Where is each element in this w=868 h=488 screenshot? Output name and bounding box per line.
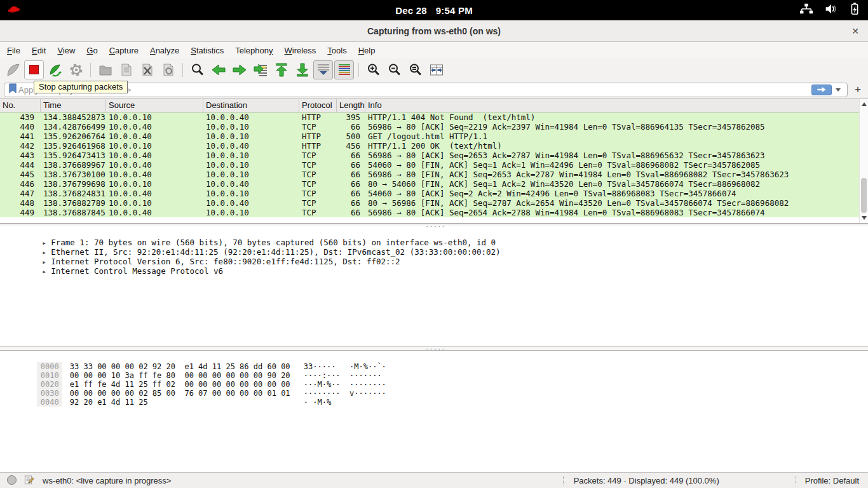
bookmark-icon[interactable] bbox=[7, 83, 18, 97]
pane-splitter[interactable]: ····· bbox=[0, 346, 868, 351]
menu-item[interactable]: File bbox=[1, 43, 26, 58]
find-packet-button[interactable] bbox=[187, 60, 207, 79]
scroll-up-icon[interactable] bbox=[862, 102, 867, 106]
hex-offset: 0000 bbox=[37, 362, 62, 371]
column-header-no[interactable]: No. bbox=[0, 99, 41, 112]
hex-bytes: 92 20 e1 4d 11 25 bbox=[70, 398, 304, 407]
packet-row[interactable]: 445 138.376730100 10.0.0.40 10.0.0.10 TC… bbox=[0, 170, 859, 179]
column-header-info[interactable]: Info bbox=[365, 99, 868, 112]
packet-list-header: No. Time Source Destination Protocol Len… bbox=[0, 99, 868, 112]
menu-item[interactable]: Analyze bbox=[144, 43, 185, 58]
packet-row[interactable]: 444 138.376689967 10.0.0.40 10.0.0.10 TC… bbox=[0, 160, 859, 170]
menu-item[interactable]: Edit bbox=[26, 43, 51, 58]
menu-item[interactable]: Tools bbox=[322, 43, 352, 58]
packet-counts: Packets: 449 · Displayed: 449 (100.0%) bbox=[563, 476, 719, 485]
stop-icon bbox=[29, 65, 39, 74]
capture-comment-icon[interactable] bbox=[24, 474, 35, 487]
filter-apply-button[interactable] bbox=[811, 85, 832, 95]
capture-options-button[interactable] bbox=[66, 60, 86, 79]
expert-info-icon[interactable] bbox=[6, 475, 17, 487]
zoom-in-button[interactable] bbox=[363, 60, 383, 79]
main-toolbar bbox=[0, 58, 868, 81]
zoom-out-button[interactable] bbox=[384, 60, 404, 79]
go-last-button[interactable] bbox=[292, 60, 312, 79]
packet-row[interactable]: 446 138.376799698 10.0.0.10 10.0.0.40 TC… bbox=[0, 179, 859, 189]
hex-bytes: 00 00 00 10 3a ff fe 80 00 00 00 00 00 0… bbox=[70, 371, 304, 380]
menu-item[interactable]: Go bbox=[81, 43, 103, 58]
column-header-destination[interactable]: Destination bbox=[203, 99, 299, 112]
packet-row[interactable]: 441 135.926206764 10.0.0.40 10.0.0.10 HT… bbox=[0, 132, 859, 141]
zoom-reset-button[interactable] bbox=[405, 60, 425, 79]
restart-capture-button[interactable] bbox=[45, 60, 65, 79]
go-forward-button[interactable] bbox=[229, 60, 249, 79]
go-to-packet-button[interactable] bbox=[250, 60, 270, 79]
hex-ascii: · ·M·% bbox=[304, 398, 331, 407]
start-capture-button bbox=[3, 60, 23, 79]
auto-scroll-button[interactable] bbox=[313, 60, 333, 79]
column-header-length[interactable]: Length bbox=[337, 99, 365, 112]
hex-ascii: ····:··· ······· bbox=[304, 371, 386, 380]
column-header-time[interactable]: Time bbox=[41, 99, 106, 112]
column-header-source[interactable]: Source bbox=[106, 99, 203, 112]
filter-dropdown-caret[interactable] bbox=[836, 88, 841, 92]
gnome-top-bar: Dec 28 9:54 PM bbox=[0, 0, 868, 20]
display-filter-input[interactable] bbox=[18, 85, 809, 95]
toolbar-separator bbox=[90, 63, 91, 77]
clock[interactable]: Dec 28 9:54 PM bbox=[395, 5, 473, 16]
capture-status-text: ws-eth0: <live capture in progress> bbox=[43, 476, 171, 485]
column-header-protocol[interactable]: Protocol bbox=[299, 99, 337, 112]
packet-list-pane: No. Time Source Destination Protocol Len… bbox=[0, 99, 868, 224]
hex-ascii: 33····· ·M·%··`· bbox=[304, 362, 386, 371]
colorize-button[interactable] bbox=[334, 60, 354, 79]
hex-bytes: 33 33 00 00 00 02 92 20 e1 4d 11 25 86 d… bbox=[70, 362, 304, 371]
clock-time: 9:54 PM bbox=[436, 5, 473, 16]
menu-item[interactable]: Capture bbox=[104, 43, 144, 58]
resize-columns-button[interactable] bbox=[426, 60, 446, 79]
packet-row[interactable]: 443 135.926473413 10.0.0.40 10.0.0.10 TC… bbox=[0, 151, 859, 160]
hex-ascii: ········ v······· bbox=[304, 389, 386, 398]
expand-arrow-icon[interactable] bbox=[42, 238, 51, 248]
hex-ascii: ···M·%·· ········ bbox=[304, 380, 386, 389]
hex-offset: 0030 bbox=[37, 389, 62, 398]
packet-list-scrollbar[interactable] bbox=[859, 99, 868, 223]
menu-item[interactable]: Wireless bbox=[279, 43, 322, 58]
display-filter-field[interactable] bbox=[4, 83, 848, 97]
redhat-fedora-logo-icon[interactable] bbox=[6, 1, 22, 19]
wireshark-window: Dec 28 9:54 PM bbox=[0, 0, 868, 488]
battery-charging-icon[interactable] bbox=[848, 2, 862, 18]
stop-capture-button[interactable] bbox=[24, 60, 44, 79]
pane-splitter[interactable]: ····· bbox=[0, 224, 868, 226]
packet-row[interactable]: 442 135.926461968 10.0.0.10 10.0.0.40 HT… bbox=[0, 141, 859, 151]
open-file-button bbox=[95, 60, 115, 79]
packet-row[interactable]: 447 138.376824831 10.0.0.40 10.0.0.10 TC… bbox=[0, 189, 859, 198]
go-first-button[interactable] bbox=[271, 60, 291, 79]
expand-arrow-icon[interactable] bbox=[42, 267, 51, 276]
hex-offset: 0020 bbox=[37, 380, 62, 389]
reload-file-button bbox=[158, 60, 178, 79]
packet-row[interactable]: 448 138.376882789 10.0.0.10 10.0.0.40 TC… bbox=[0, 198, 859, 208]
packet-rows: 439 134.388452873 10.0.0.10 10.0.0.40 HT… bbox=[0, 112, 868, 217]
expand-arrow-icon[interactable] bbox=[42, 248, 51, 257]
menu-item[interactable]: Help bbox=[353, 43, 381, 58]
expand-arrow-icon[interactable] bbox=[42, 257, 51, 267]
hex-offset: 0010 bbox=[37, 371, 62, 380]
profile-selector[interactable]: Profile: Default bbox=[796, 476, 862, 485]
scroll-down-icon[interactable] bbox=[862, 216, 867, 220]
hex-dump-pane: 000033 33 00 00 00 02 92 20 e1 4d 11 25 … bbox=[0, 351, 868, 472]
hex-row[interactable]: 000033 33 00 00 00 02 92 20 e1 4d 11 25 … bbox=[0, 353, 868, 362]
volume-icon[interactable] bbox=[824, 2, 837, 18]
packet-row[interactable]: 449 138.376887845 10.0.0.40 10.0.0.10 TC… bbox=[0, 208, 859, 217]
scrollbar-thumb[interactable] bbox=[861, 178, 867, 213]
packet-row[interactable]: 440 134.428766499 10.0.0.40 10.0.0.10 TC… bbox=[0, 122, 859, 132]
network-wired-icon[interactable] bbox=[799, 2, 813, 18]
hex-bytes: e1 ff fe 4d 11 25 ff 02 00 00 00 00 00 0… bbox=[70, 380, 304, 389]
window-title: Capturing from ws-eth0 (on ws) bbox=[367, 26, 501, 36]
close-button[interactable] bbox=[849, 25, 862, 37]
toolbar-separator bbox=[182, 63, 183, 77]
menu-item[interactable]: Statistics bbox=[185, 43, 229, 58]
packet-row[interactable]: 439 134.388452873 10.0.0.10 10.0.0.40 HT… bbox=[0, 112, 859, 122]
menu-item[interactable]: Telephony bbox=[229, 43, 278, 58]
go-back-button[interactable] bbox=[208, 60, 228, 79]
add-filter-button[interactable] bbox=[851, 83, 864, 96]
menu-item[interactable]: View bbox=[51, 43, 81, 58]
